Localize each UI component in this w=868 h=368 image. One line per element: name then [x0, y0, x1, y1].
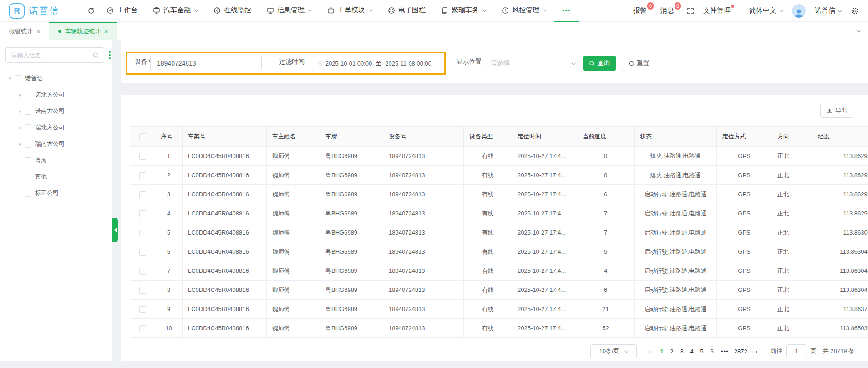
tree-expand-icon[interactable]: ▾: [6, 76, 14, 82]
more-actions-icon[interactable]: [107, 49, 112, 61]
refresh-icon[interactable]: [87, 7, 95, 15]
page-button-3[interactable]: 3: [677, 348, 687, 355]
chevron-down-icon: [194, 7, 199, 12]
gear-icon[interactable]: [851, 7, 859, 15]
time-range-picker[interactable]: 2025-10-01 00:00 至 2025-11-08 00:00: [312, 56, 437, 71]
nav-item-7[interactable]: 聚瑞车务: [433, 0, 494, 22]
tree-node-checkbox[interactable]: [15, 75, 21, 82]
column-header: 序号: [155, 127, 183, 147]
file-management-menu[interactable]: 文件管理: [703, 6, 731, 15]
export-button[interactable]: 导出: [820, 104, 853, 118]
cell-12: 113.86298: [812, 166, 868, 185]
next-page-button[interactable]: ›: [751, 348, 761, 355]
row-checkbox[interactable]: [139, 249, 146, 256]
tree-node-checkbox[interactable]: [25, 157, 31, 164]
user-menu[interactable]: 诺普信: [815, 6, 842, 15]
goto-page-input[interactable]: [786, 344, 807, 358]
message-menu[interactable]: 消息 0: [660, 6, 674, 15]
tab-alarm-stats[interactable]: 报警统计 ×: [0, 22, 49, 40]
language-switcher[interactable]: 简体中文: [749, 6, 783, 15]
cell-1: 10: [155, 319, 183, 338]
tree-collapse-icon[interactable]: ▸: [16, 125, 24, 131]
page-button-6[interactable]: 6: [707, 348, 717, 355]
tree-node-6[interactable]: 粤海: [5, 152, 107, 169]
page-button-1[interactable]: 1: [657, 348, 667, 355]
row-checkbox[interactable]: [139, 325, 146, 332]
tree-collapse-icon[interactable]: ▸: [16, 141, 24, 147]
tree-node-checkbox[interactable]: [25, 174, 31, 180]
row-checkbox[interactable]: [139, 210, 146, 217]
row-checkbox[interactable]: [139, 306, 146, 313]
tree-node-checkbox[interactable]: [25, 190, 31, 197]
cell-8: 21: [577, 300, 635, 319]
cell-8: 4: [577, 261, 635, 281]
tree-node-5[interactable]: ▸瑞南方公司: [5, 136, 107, 152]
tree-node-8[interactable]: 标正公司: [5, 185, 107, 201]
pages-ellipsis[interactable]: •••: [720, 348, 730, 355]
prev-page-button[interactable]: ‹: [644, 348, 654, 355]
row-checkbox[interactable]: [139, 268, 146, 275]
cell-6: 有线: [464, 166, 512, 185]
nav-item-4[interactable]: 信息管理: [259, 0, 320, 22]
cell-2: LC0DD4C45R0408816: [183, 147, 267, 166]
nav-item-6[interactable]: 电子围栏: [380, 0, 433, 22]
tree-node-3[interactable]: ▸诺南方公司: [5, 103, 107, 119]
row-checkbox[interactable]: [139, 191, 146, 198]
tree-node-7[interactable]: 其他: [5, 169, 107, 185]
tree-node-2[interactable]: ▸诺北方公司: [5, 87, 107, 103]
tree-node-1[interactable]: ▾诺普信: [5, 70, 107, 87]
tab-vehicle-track-stats[interactable]: 车辆轨迹统计 ×: [49, 22, 117, 40]
nav-item-8[interactable]: 风控管理: [494, 0, 554, 22]
page-button-4[interactable]: 4: [687, 348, 697, 355]
tree-collapse-icon[interactable]: ▸: [16, 108, 24, 114]
cell-9: 启动行驶,油路通,电路通: [635, 185, 717, 204]
message-badge: 0: [674, 2, 681, 10]
close-icon[interactable]: ×: [104, 28, 108, 35]
page-button-5[interactable]: 5: [697, 348, 707, 355]
cell-1: 5: [155, 223, 183, 242]
page-button-2[interactable]: 2: [667, 348, 677, 355]
tree-node-checkbox[interactable]: [25, 124, 31, 131]
table-container: 序号车架号车主姓名车牌设备号设备类型定位时间当前速度状态定位方式方向经度 1LC…: [130, 126, 868, 338]
nav-item-9[interactable]: •••: [554, 0, 579, 22]
device-field[interactable]: [150, 56, 262, 71]
page-size-select[interactable]: 10条/页: [590, 344, 637, 358]
row-checkbox[interactable]: [139, 230, 146, 236]
tree-collapse-icon[interactable]: ▸: [16, 92, 24, 98]
cell-10: GPS: [717, 261, 772, 281]
position-select[interactable]: 请选择: [485, 56, 581, 71]
tree-node-4[interactable]: ▸瑞北方公司: [5, 119, 107, 136]
query-button[interactable]: 查询: [583, 56, 616, 71]
row-checkbox[interactable]: [139, 287, 146, 294]
group-search[interactable]: [5, 47, 104, 63]
cell-9: 熄火,油路通,电路通: [635, 147, 717, 166]
group-search-input[interactable]: [10, 51, 92, 59]
close-icon[interactable]: ×: [36, 28, 40, 35]
nav-item-label: 工单模块: [338, 6, 365, 15]
tree-node-checkbox[interactable]: [25, 92, 31, 98]
sidebar-collapse-handle[interactable]: [112, 218, 118, 242]
alarm-menu[interactable]: 报警 0: [633, 6, 647, 15]
last-page-button[interactable]: 2872: [733, 348, 749, 355]
cell-7: 2025-10-27 17:4...: [512, 147, 577, 166]
fullscreen-icon[interactable]: [687, 7, 694, 15]
cell-4: 粤BHG6989: [320, 223, 383, 242]
reset-button[interactable]: 重置: [622, 56, 656, 71]
select-all-checkbox[interactable]: [139, 133, 146, 140]
cell-10: GPS: [717, 242, 772, 261]
table-row: 7LC0DD4C45R0408816魏师傅粤BHG698918940724813…: [130, 261, 868, 281]
tree-node-checkbox[interactable]: [25, 141, 31, 148]
nav-item-5[interactable]: 工单模块: [320, 0, 380, 22]
tree-node-checkbox[interactable]: [25, 108, 31, 115]
tabs-menu-toggle[interactable]: [857, 22, 868, 40]
row-checkbox[interactable]: [139, 153, 146, 160]
row-checkbox[interactable]: [139, 172, 146, 179]
cell-7: 2025-10-27 17:4...: [512, 300, 577, 319]
chevron-down-icon: [572, 61, 576, 65]
avatar[interactable]: [792, 4, 806, 18]
cell-5: 18940724813: [383, 319, 464, 338]
nav-item-3[interactable]: 在线监控: [206, 0, 259, 22]
nav-item-1[interactable]: 工作台: [99, 0, 145, 22]
nav-item-2[interactable]: 汽车金融: [145, 0, 206, 22]
device-input[interactable]: [156, 59, 256, 67]
